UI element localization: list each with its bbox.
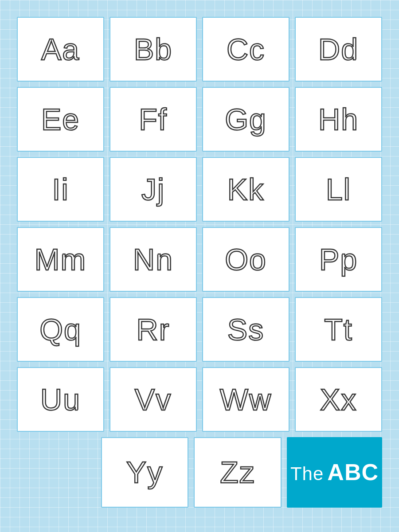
spacer xyxy=(17,437,96,508)
letter-label: Vv xyxy=(135,384,172,415)
letter-label: Yy xyxy=(126,457,163,487)
letter-label: Ee xyxy=(41,104,80,134)
letter-label: Nn xyxy=(133,244,173,274)
last-row: YyZzTheABC xyxy=(17,437,382,508)
letter-label: Ww xyxy=(220,384,272,415)
letter-label: Zz xyxy=(220,457,255,487)
letter-card-a: Aa xyxy=(17,17,104,82)
title-the: The xyxy=(290,463,324,484)
letter-card-t: Tt xyxy=(295,297,382,362)
letter-label: Oo xyxy=(225,244,267,274)
letter-card-s: Ss xyxy=(202,297,289,362)
letter-label: Rr xyxy=(137,314,170,344)
letter-card-y: Yy xyxy=(101,437,189,508)
letter-label: Ii xyxy=(52,174,69,204)
letter-label: Uu xyxy=(40,384,81,415)
letter-label: Kk xyxy=(227,174,264,204)
letter-card-e: Ee xyxy=(17,87,104,152)
letter-card-p: Pp xyxy=(295,227,382,292)
title-card: TheABC xyxy=(287,437,382,508)
letter-label: Ss xyxy=(227,314,264,344)
letter-card-g: Gg xyxy=(202,87,289,152)
title-text: TheABC xyxy=(290,459,379,485)
letter-label: Ff xyxy=(139,104,167,134)
letter-label: Pp xyxy=(319,244,358,274)
letter-label: Mm xyxy=(35,244,86,274)
letter-label: Aa xyxy=(41,34,80,64)
letter-card-o: Oo xyxy=(202,227,289,292)
title-abc: ABC xyxy=(327,459,379,485)
letter-label: Dd xyxy=(318,34,359,64)
letter-label: Ll xyxy=(326,174,351,204)
letter-label: Hh xyxy=(318,104,359,134)
letter-card-b: Bb xyxy=(110,17,197,82)
letter-label: Qq xyxy=(39,314,82,344)
letter-label: Gg xyxy=(225,104,267,134)
letter-card-z: Zz xyxy=(194,437,282,508)
letter-label: Xx xyxy=(320,384,357,415)
letter-card-n: Nn xyxy=(110,227,197,292)
letter-label: Tt xyxy=(324,314,352,344)
letter-label: Bb xyxy=(134,34,172,64)
letter-label: Cc xyxy=(227,34,265,64)
letter-card-u: Uu xyxy=(17,367,104,432)
letter-card-q: Qq xyxy=(17,297,104,362)
letter-card-c: Cc xyxy=(202,17,289,82)
letter-card-d: Dd xyxy=(295,17,382,82)
letter-card-i: Ii xyxy=(17,157,104,222)
letter-card-l: Ll xyxy=(295,157,382,222)
letter-card-r: Rr xyxy=(110,297,197,362)
letter-card-k: Kk xyxy=(202,157,289,222)
letter-card-m: Mm xyxy=(17,227,104,292)
letter-card-x: Xx xyxy=(295,367,382,432)
letter-card-h: Hh xyxy=(295,87,382,152)
letter-card-w: Ww xyxy=(202,367,289,432)
letter-card-j: Jj xyxy=(110,157,197,222)
letter-card-v: Vv xyxy=(110,367,197,432)
letter-card-f: Ff xyxy=(110,87,197,152)
letter-label: Jj xyxy=(141,174,165,204)
alphabet-grid: AaBbCcDdEeFfGgHhIiJjKkLlMmNnOoPpQqRrSsTt… xyxy=(17,17,382,508)
page: AaBbCcDdEeFfGgHhIiJjKkLlMmNnOoPpQqRrSsTt… xyxy=(0,0,399,532)
